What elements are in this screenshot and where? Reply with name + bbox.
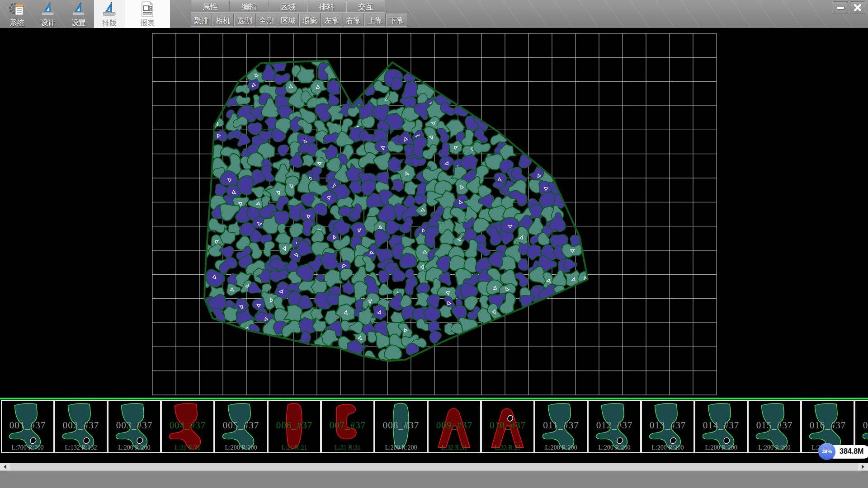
nav-layout-button-active[interactable]: 排版 [94,0,125,28]
tool-snap-right-button[interactable]: 右靠 [343,14,364,27]
piece-thumbnail-008[interactable]: 008_#37L:200 R:200 [374,400,428,453]
piece-lr-count-label: L:200 R:200 [535,444,587,451]
piece-lr-count-label: L:32 R:31 [429,444,480,451]
piece-hole [617,438,623,444]
close-icon [854,4,862,11]
gear-document-icon [9,1,26,18]
menu-tab-interact[interactable]: 交互 [346,0,385,13]
nested-piece [439,305,453,319]
menu-tab-nesting[interactable]: 排料 [307,0,346,13]
horizontal-scrollbar[interactable] [0,463,868,470]
tool-region-button[interactable]: 区域 [278,14,299,27]
piece-id-label: 002_#37 [55,420,107,431]
piece-id-label: 013_#37 [642,420,693,431]
tool-cluster-nest-button[interactable]: 聚排 [191,14,212,27]
piece-thumbnail-004[interactable]: 004_#37L:31 R:31 [161,400,214,453]
piece-id-label: 016_#37 [802,420,854,431]
nav-settings-button[interactable]: 设置 [63,0,94,28]
window-controls [833,1,865,14]
nav-icon-bar: 系统 设计 设置 排版 [2,0,170,28]
piece-hole [84,438,90,444]
piece-id-label: 003_#37 [108,420,160,431]
tool-snap-left-button[interactable]: 左靠 [321,14,342,27]
scroll-left-button[interactable] [0,463,10,470]
piece-thumbnail-007[interactable]: 007_#37L:31 R:31 [321,400,374,453]
nav-design-label: 设计 [41,19,55,28]
piece-thumbnail-005[interactable]: 005_#37L:200 R:200 [214,400,268,453]
piece-lr-count-label: L:21 R:21 [269,444,320,451]
nested-piece [340,268,353,281]
report-document-icon [139,1,156,18]
tool-snap-top-button[interactable]: 上靠 [364,14,386,27]
nav-system-label: 系统 [10,19,24,28]
menu-tab-edit[interactable]: 编辑 [230,0,269,13]
nav-design-button[interactable]: 设计 [33,0,63,28]
piece-id-label: 009_#37 [429,420,480,431]
piece-lr-count-label: L:200 R:200 [642,444,693,451]
piece-thumbnail-014[interactable]: 014_#37L:200 R:200 [694,400,748,453]
piece-lr-count-label: L:33 R:33 [482,444,533,451]
piece-thumbnail-009[interactable]: 009_#37L:32 R:31 [428,400,481,453]
piece-hole [670,438,676,444]
nesting-layout-view [0,28,868,398]
tool-snap-bottom-button[interactable]: 下靠 [386,14,407,27]
piece-thumbnail-002[interactable]: 002_#37L:132 R:132 [54,400,108,453]
piece-id-label: 014_#37 [695,420,747,431]
nav-system-button[interactable]: 系统 [2,0,33,28]
piece-id-label: 011_#37 [535,420,587,431]
piece-id-label: 010_#37 [482,420,533,431]
tool-select-cut-button[interactable]: 选割 [234,14,255,27]
set-square-icon [39,1,57,18]
piece-id-label: 017_#37 [855,420,868,431]
minimize-button[interactable] [833,1,848,14]
piece-lr-count-label: L:132 R:132 [55,444,107,451]
piece-thumbnail-006[interactable]: 006_#37L:21 R:21 [268,400,321,453]
piece-thumbnail-001[interactable]: 001_#37L:700 R:700 [1,400,54,453]
piece-thumbnail-011[interactable]: 011_#37L:200 R:200 [534,400,588,453]
piece-thumbnail-013[interactable]: 013_#37L:200 R:200 [641,400,694,453]
piece-lr-count-label: L:31 R:31 [322,444,373,451]
tool-defect-button[interactable]: 瑕疵 [299,14,321,27]
status-footer [0,470,868,488]
menu-area: 属性编辑区域排料交互 聚排相机选割全割区域瑕疵左靠右靠上靠下靠 [191,0,408,27]
piece-lr-count-label: L:200 R:200 [215,444,267,451]
close-button[interactable] [850,1,865,14]
set-square-icon [101,1,118,18]
tool-camera-button[interactable]: 相机 [212,14,234,27]
progress-percent-value: 38% [822,449,832,454]
scroll-left-icon [4,465,6,469]
piece-thumbnail-003[interactable]: 003_#37L:200 R:200 [108,400,161,453]
piece-thumbnail-012[interactable]: 012_#37L:200 R:200 [588,400,641,453]
piece-lr-count-label: L:200 R:200 [589,444,640,451]
piece-hole [724,438,730,444]
thumbnail-divider [0,398,868,399]
tool-cut-all-button[interactable]: 全割 [256,14,277,27]
nav-layout-label: 排版 [102,19,117,28]
piece-id-label: 001_#37 [2,420,53,431]
piece-thumbnail-bar: 001_#37L:700 R:700002_#37L:132 R:132003_… [0,398,868,463]
nav-report-button[interactable]: 报表 [125,0,170,28]
scroll-right-button[interactable] [858,463,868,470]
piece-thumbnail-015[interactable]: 015_#37L:200 R:200 [748,400,801,453]
nesting-canvas[interactable] [0,28,868,398]
piece-id-label: 012_#37 [589,420,640,431]
piece-id-label: 006_#37 [269,420,320,431]
piece-hole [137,438,143,444]
piece-id-label: 004_#37 [162,420,213,431]
nav-settings-label: 设置 [71,19,86,28]
piece-id-label: 007_#37 [322,420,373,431]
piece-id-label: 008_#37 [375,420,427,431]
piece-lr-count-label: L:700 R:700 [2,444,53,451]
menu-tab-row: 属性编辑区域排料交互 [191,0,408,13]
menu-tab-region[interactable]: 区域 [269,0,307,13]
thumbnail-row: 001_#37L:700 R:700002_#37L:132 R:132003_… [1,400,868,453]
piece-lr-count-label: L:200 R:200 [375,444,427,451]
progress-percent-badge[interactable]: 38% [818,443,835,460]
piece-lr-count-label: L:200 R:200 [695,444,747,451]
memory-value: 384.8M [840,447,863,455]
piece-lr-count-label: L:200 R:200 [108,444,160,451]
menu-tab-properties[interactable]: 属性 [191,0,230,13]
nav-report-label: 报表 [140,19,155,28]
tool-button-row: 聚排相机选割全割区域瑕疵左靠右靠上靠下靠 [191,14,408,27]
piece-thumbnail-010[interactable]: 010_#37L:33 R:33 [481,400,534,453]
